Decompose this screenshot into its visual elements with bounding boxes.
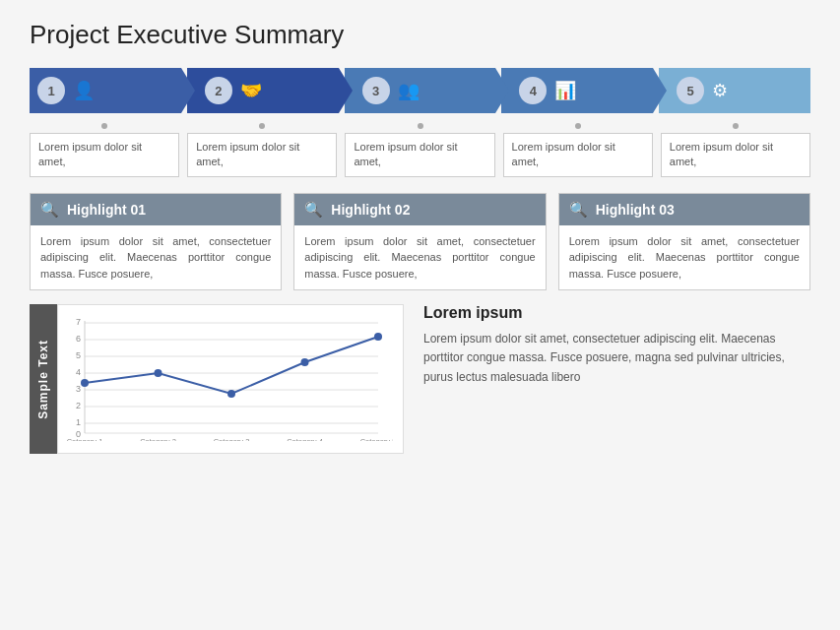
svg-text:3: 3	[76, 384, 81, 394]
chart-dot-4	[301, 358, 309, 366]
highlight-1: 🔍 Highlight 01 Lorem ipsum dolor sit ame…	[30, 193, 282, 291]
page-title: Project Executive Summary	[30, 20, 810, 50]
step-text-1: Lorem ipsum dolor sit amet,	[30, 123, 179, 177]
highlight-2: 🔍 Highlight 02 Lorem ipsum dolor sit ame…	[293, 193, 546, 291]
step-num-2: 2	[205, 77, 232, 104]
lorem-body: Lorem ipsum dolor sit amet, consectetuer…	[423, 330, 810, 387]
chart-container: Sample Text 7 6 5 4 3 2 1 0	[30, 304, 404, 454]
svg-text:Category 5: Category 5	[360, 437, 393, 441]
steps-row: 1 👤 2 🤝 3 👥 4 📊	[30, 68, 810, 113]
sample-text-label: Sample Text	[30, 304, 57, 454]
step-text-5: Lorem ipsum dolor sit amet,	[661, 123, 810, 177]
step-num-5: 5	[677, 77, 704, 104]
step-5: 5 ⚙	[659, 68, 810, 113]
chart-area: 7 6 5 4 3 2 1 0	[57, 304, 404, 454]
svg-text:Category 3: Category 3	[214, 437, 250, 441]
svg-text:Category 1: Category 1	[67, 437, 103, 441]
step-num-1: 1	[37, 77, 65, 104]
step-texts: Lorem ipsum dolor sit amet, Lorem ipsum …	[30, 123, 810, 177]
svg-text:2: 2	[76, 401, 81, 410]
highlight-3-title: Highlight 03	[596, 202, 675, 218]
step-2: 2 🤝	[187, 68, 339, 113]
step-num-3: 3	[362, 77, 390, 104]
step-icon-1: 👤	[73, 80, 95, 101]
svg-text:1: 1	[76, 417, 81, 427]
highlight-2-title: Highlight 02	[331, 202, 410, 218]
step-text-4: Lorem ipsum dolor sit amet,	[503, 123, 653, 177]
chart-dot-5	[374, 333, 382, 341]
step-text-2: Lorem ipsum dolor sit amet,	[187, 123, 337, 177]
highlight-1-header: 🔍 Highlight 01	[31, 194, 281, 225]
step-4: 4 📊	[501, 68, 653, 113]
lorem-title: Lorem ipsum	[423, 304, 810, 322]
slide: Project Executive Summary 1 👤 2 🤝 3 👥	[0, 0, 840, 630]
chart-dot-3	[227, 390, 235, 398]
highlights-row: 🔍 Highlight 01 Lorem ipsum dolor sit ame…	[30, 193, 810, 291]
highlight-3-header: 🔍 Highlight 03	[559, 194, 809, 225]
lorem-section: Lorem ipsum Lorem ipsum dolor sit amet, …	[423, 304, 810, 454]
highlight-2-header: 🔍 Highlight 02	[294, 194, 545, 225]
svg-text:7: 7	[76, 317, 81, 327]
step-1: 1 👤	[30, 68, 181, 113]
svg-text:Category 2: Category 2	[140, 437, 176, 441]
highlight-3-body: Lorem ipsum dolor sit amet, consectetuer…	[559, 225, 809, 290]
highlight-1-body: Lorem ipsum dolor sit amet, consectetuer…	[31, 225, 281, 290]
step-text-3: Lorem ipsum dolor sit amet,	[345, 123, 494, 177]
step-icon-4: 📊	[554, 80, 576, 101]
bottom-row: Sample Text 7 6 5 4 3 2 1 0	[30, 304, 810, 454]
highlight-2-body: Lorem ipsum dolor sit amet, consectetuer…	[294, 225, 545, 290]
step-num-4: 4	[519, 77, 547, 104]
highlight-1-title: Highlight 01	[67, 202, 146, 218]
highlight-3: 🔍 Highlight 03 Lorem ipsum dolor sit ame…	[558, 193, 810, 291]
step-3: 3 👥	[345, 68, 496, 113]
svg-text:6: 6	[76, 334, 81, 344]
search-icon-1: 🔍	[40, 201, 59, 219]
svg-text:Category 4: Category 4	[287, 437, 323, 441]
chart-line	[85, 337, 378, 394]
svg-text:5: 5	[76, 350, 81, 360]
search-icon-2: 🔍	[304, 201, 323, 219]
step-icon-2: 🤝	[240, 80, 262, 101]
search-icon-3: 🔍	[569, 201, 588, 219]
chart-dot-1	[81, 379, 89, 387]
svg-text:4: 4	[76, 367, 81, 377]
step-icon-5: ⚙	[712, 80, 728, 101]
chart-svg: 7 6 5 4 3 2 1 0	[58, 313, 393, 441]
chart-dot-2	[155, 369, 162, 377]
step-icon-3: 👥	[398, 80, 420, 101]
